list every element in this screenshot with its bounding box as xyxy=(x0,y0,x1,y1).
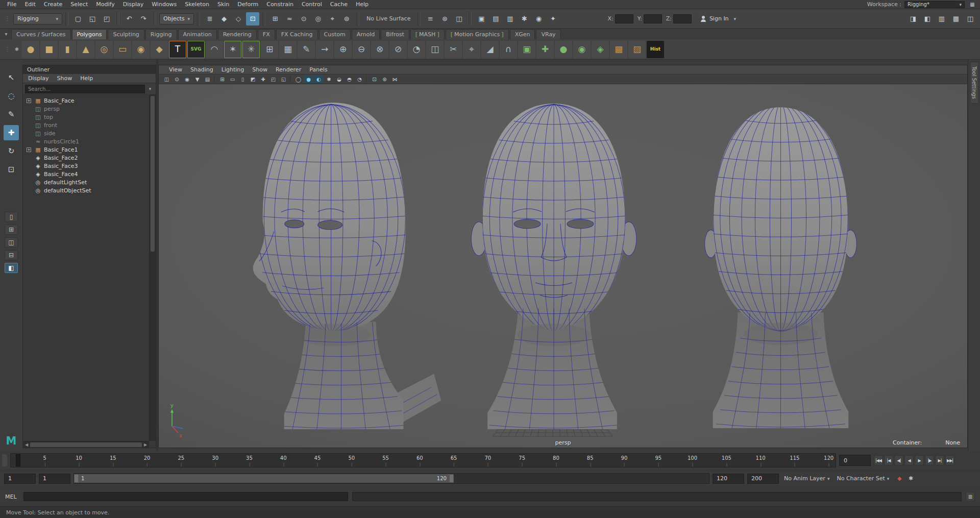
character-set-dropdown[interactable]: No Character Set xyxy=(835,475,891,482)
bevel-icon[interactable]: ◢ xyxy=(481,41,499,58)
viewport-toolbar-icon[interactable] xyxy=(214,76,216,83)
ipr-render-icon[interactable]: ▤ xyxy=(489,12,502,26)
scroll-right-icon[interactable] xyxy=(143,442,148,447)
film-gate-icon[interactable]: ▭ xyxy=(228,75,237,83)
tool-settings-tab[interactable]: Tool Settings xyxy=(970,62,978,104)
panel-menu-item[interactable]: Show xyxy=(248,66,272,73)
smooth-mesh-icon[interactable]: ◔ xyxy=(408,41,425,58)
script-editor-icon[interactable]: ≣ xyxy=(966,492,975,501)
target-weld-icon[interactable]: ⌖ xyxy=(463,41,480,58)
menu-item[interactable]: Help xyxy=(352,1,373,8)
status-line-grip[interactable] xyxy=(5,15,10,22)
multi-cut-icon[interactable]: ✂ xyxy=(445,41,462,58)
command-result-area[interactable] xyxy=(352,492,962,501)
timeline-ruler[interactable]: 5101520253035404550556065707580859095100… xyxy=(10,453,836,467)
step-back-frame-button[interactable]: ◀| xyxy=(894,455,903,465)
animation-start-field[interactable]: 1 xyxy=(4,474,36,484)
y-input[interactable] xyxy=(644,14,662,23)
shelf-tab[interactable]: XGen xyxy=(510,29,535,39)
menu-item[interactable]: Constrain xyxy=(262,1,298,8)
outliner-horizontal-scrollbar[interactable] xyxy=(23,441,149,448)
select-hierarchy-icon[interactable]: ≣ xyxy=(203,12,216,26)
shelf-tab[interactable]: Custom xyxy=(319,29,351,39)
animation-preferences-icon[interactable]: ✱ xyxy=(905,474,916,484)
lasso-tool[interactable]: ◌ xyxy=(4,88,19,104)
poly-cone-icon[interactable]: ▲ xyxy=(77,41,94,58)
use-all-lights-icon[interactable]: ✱ xyxy=(324,75,334,83)
outliner-filter-icon[interactable]: ▾ xyxy=(146,86,154,91)
scale-tool[interactable]: ⊡ xyxy=(4,162,19,177)
shelf-tab[interactable]: FX Caching xyxy=(276,29,318,39)
playback-end-field[interactable]: 120 xyxy=(713,474,744,484)
menu-item[interactable]: File xyxy=(3,1,20,8)
motion-blur-icon[interactable]: ◔ xyxy=(355,75,364,83)
outliner-item[interactable]: ◈ Basic_Face2 xyxy=(23,154,149,162)
isolate-select-icon[interactable]: ⊡ xyxy=(370,75,379,83)
lock-camera-icon[interactable]: ⊙ xyxy=(172,75,182,83)
outliner-item[interactable]: ◫ top xyxy=(23,113,149,121)
menu-item[interactable]: Windows xyxy=(148,1,181,8)
snap-to-projected-center-icon[interactable]: ◎ xyxy=(311,12,325,26)
outliner-item[interactable]: ≈ nurbsCircle1 xyxy=(23,137,149,145)
shelf-tab[interactable]: Rendering xyxy=(218,29,257,39)
playback-start-field[interactable]: 1 xyxy=(39,474,70,484)
render-current-frame-icon[interactable]: ▣ xyxy=(475,12,488,26)
boolean-union-icon[interactable]: ⊕ xyxy=(334,41,352,58)
outliner-search-input[interactable] xyxy=(25,85,145,93)
range-handle-end[interactable] xyxy=(449,474,454,483)
snap-to-curves-icon[interactable]: ≈ xyxy=(283,12,296,26)
save-scene-icon[interactable]: ◰ xyxy=(100,12,113,26)
current-time-indicator[interactable] xyxy=(16,454,20,466)
menu-item[interactable]: Control xyxy=(298,1,326,8)
live-surface-label[interactable]: No Live Surface xyxy=(362,15,414,22)
expand-toggle-icon[interactable]: + xyxy=(27,98,31,103)
range-handle-start[interactable] xyxy=(74,474,79,483)
shelf-grip[interactable] xyxy=(5,46,10,53)
shelf-tab[interactable]: Animation xyxy=(178,29,217,39)
rotate-tool[interactable]: ↻ xyxy=(4,143,19,159)
curve-arrow-icon[interactable]: → xyxy=(316,41,333,58)
shelf-tab[interactable]: VRay xyxy=(536,29,560,39)
gate-mask-icon[interactable]: ◩ xyxy=(248,75,258,83)
separate-icon[interactable]: ⊘ xyxy=(389,41,407,58)
field-chart-icon[interactable]: ✚ xyxy=(258,75,268,83)
menu-set-dropdown[interactable]: Rigging xyxy=(13,13,62,24)
poly-text-icon[interactable]: T xyxy=(169,41,186,58)
time-slider-grip[interactable] xyxy=(2,454,7,466)
play-forwards-button[interactable]: ▶ xyxy=(915,455,924,465)
snap-to-points-icon[interactable]: ⊙ xyxy=(297,12,310,26)
poly-cylinder-icon[interactable]: ▮ xyxy=(59,41,76,58)
poly-disc-icon[interactable]: ◉ xyxy=(132,41,150,58)
render-sequence-icon[interactable]: ▥ xyxy=(503,12,517,26)
anim-layer-dropdown[interactable]: No Anim Layer xyxy=(782,475,831,482)
viewport-toolbar-icon[interactable] xyxy=(290,76,292,83)
outliner-item[interactable]: ◫ side xyxy=(23,129,149,137)
uv-checker-icon[interactable]: ▩ xyxy=(610,41,627,58)
textured-mode-icon[interactable]: ◐ xyxy=(314,75,324,83)
select-component-icon[interactable]: ◇ xyxy=(232,12,245,26)
menu-item[interactable]: Cache xyxy=(326,1,352,8)
menu-item[interactable]: Skin xyxy=(213,1,233,8)
select-tool[interactable]: ↖ xyxy=(4,70,19,85)
select-camera-icon[interactable]: ◫ xyxy=(162,75,172,83)
quad-draw-icon[interactable]: ✚ xyxy=(536,41,554,58)
outliner-item[interactable]: ◈ Basic_Face4 xyxy=(23,170,149,178)
panel-menu-item[interactable]: Panels xyxy=(305,66,331,73)
move-tool[interactable]: ✚ xyxy=(4,125,19,140)
bookmarks-icon[interactable]: ▼ xyxy=(192,75,202,83)
panel-menu-item[interactable]: View xyxy=(165,66,186,73)
shelf-tab[interactable]: Motion Graphics xyxy=(446,29,509,39)
pinch-tool-icon[interactable]: ◈ xyxy=(592,41,609,58)
edit-mesh-icon[interactable]: ▦ xyxy=(279,41,297,58)
ultra-shape-icon[interactable]: ✳ xyxy=(242,41,260,58)
platonic-solid-icon[interactable]: ◆ xyxy=(151,41,168,58)
input-connections-icon[interactable]: ≡ xyxy=(424,12,437,26)
workspace-dropdown[interactable]: Rigging* xyxy=(904,1,965,8)
layout-single-pane[interactable]: ▯ xyxy=(5,212,18,222)
make-live-icon[interactable]: ⊚ xyxy=(340,12,353,26)
outliner-item[interactable]: ◫ front xyxy=(23,121,149,129)
play-backwards-button[interactable]: ◀ xyxy=(904,455,914,465)
snap-to-grids-icon[interactable]: ⊞ xyxy=(268,12,282,26)
selection-mask-dropdown[interactable]: Objects xyxy=(159,13,194,24)
camera-attributes-icon[interactable]: ◉ xyxy=(182,75,192,83)
